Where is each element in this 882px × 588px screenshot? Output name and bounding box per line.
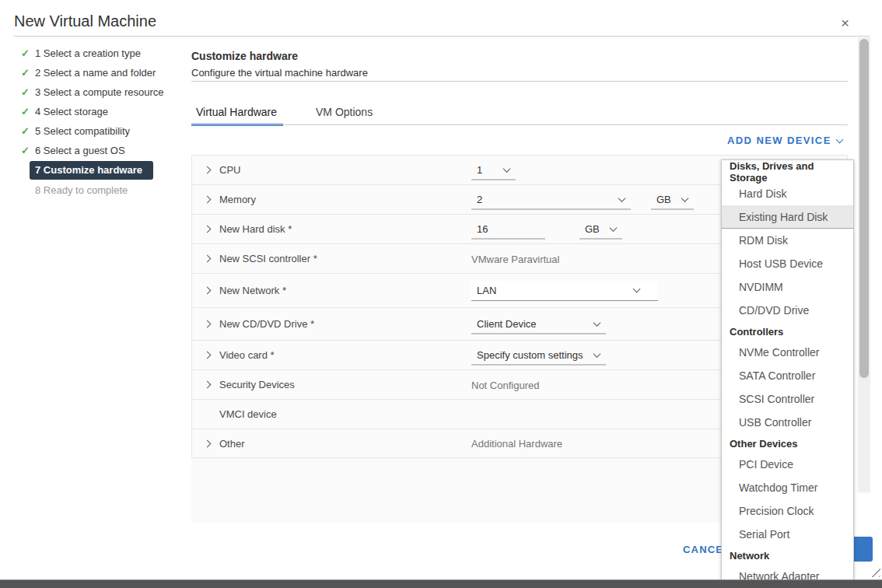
value-combobox[interactable]: 2 [471,190,631,209]
expander-cell [205,288,219,293]
device-label: Video card * [219,349,275,361]
tab-virtual-hardware[interactable]: Virtual Hardware [191,103,283,126]
device-label: New SCSI controller * [219,253,317,264]
chevron-down-icon [618,194,626,202]
step-check-icon: ✓ [21,125,35,137]
menu-item[interactable]: PCI Device [722,453,853,476]
device-label: New Hard disk * [219,223,292,235]
step-item-7[interactable]: 7 Customize hardware [0,160,191,180]
step-check-icon: ✓ [21,106,35,117]
menu-item[interactable]: Network Adapter [722,565,853,580]
step-label: 3 Select a compute resource [35,86,163,98]
device-label: Other [219,438,245,450]
resize-grip-icon[interactable] [871,568,880,577]
step-item-2[interactable]: ✓2 Select a name and folder [0,63,191,82]
title-divider [14,36,870,37]
select-value: Client Device [477,318,537,330]
unit-value: GB [656,194,671,205]
step-item-4[interactable]: ✓4 Select storage [0,102,191,121]
scrollbar-track[interactable] [858,37,870,492]
device-label: Security Devices [219,379,295,390]
step-label: 2 Select a name and folder [35,67,156,79]
unit-value: GB [585,223,600,235]
step-check-icon: ✓ [21,67,35,79]
chevron-right-icon[interactable] [204,352,212,359]
scrollbar-thumb[interactable] [859,39,869,378]
add-new-device-label: ADD NEW DEVICE [727,135,831,146]
device-label: CPU [219,164,240,176]
unit-select[interactable]: GB [579,219,622,239]
menu-item[interactable]: SATA Controller [722,364,853,387]
step-label: 4 Select storage [35,106,108,117]
menu-item[interactable]: Precision Clock [722,499,853,523]
input-value: 16 [477,223,488,235]
device-label: Memory [219,194,256,205]
readonly-value: Not Configured [471,379,539,390]
device-label: New Network * [219,285,286,296]
expander-cell [205,226,219,232]
value-select[interactable]: Client Device [471,314,606,334]
step-item-5[interactable]: ✓5 Select compatibility [0,121,191,141]
menu-item[interactable]: SCSI Controller [722,387,853,411]
device-label: New CD/DVD Drive * [219,318,314,330]
expander-cell [205,197,219,202]
chevron-right-icon[interactable] [204,166,212,174]
page-subtitle: Configure the virtual machine hardware [191,67,368,79]
combobox-value: 2 [477,194,482,205]
step-label: 6 Select a guest OS [35,145,125,156]
expander-cell [205,352,219,358]
menu-group-header: Network [722,546,853,565]
menu-item[interactable]: NVMe Controller [722,341,853,364]
menu-item[interactable]: Existing Hard Disk [722,205,853,229]
step-check-icon: ✓ [21,86,35,98]
chevron-right-icon[interactable] [204,255,212,263]
menu-item[interactable]: Watchdog Timer [722,476,853,499]
step-item-6[interactable]: ✓6 Select a guest OS [0,141,191,160]
menu-item[interactable]: Hard Disk [722,182,853,205]
chevron-right-icon[interactable] [204,320,212,328]
select-value: LAN [477,285,496,296]
chevron-down-icon [610,224,618,232]
unit-select[interactable]: GB [651,190,694,209]
step-item-1[interactable]: ✓1 Select a creation type [0,44,191,63]
select-value: 1 [477,164,482,176]
menu-item[interactable]: Host USB Device [722,252,853,275]
menu-group-header: Controllers [722,322,853,341]
expander-cell [205,382,219,387]
step-label: 5 Select compatibility [35,125,130,137]
window-bottom-edge [0,579,882,588]
chevron-down-icon [593,350,601,358]
expander-cell [205,167,219,173]
chevron-right-icon[interactable] [204,439,212,447]
close-icon[interactable]: × [841,16,849,30]
select-value: Specify custom settings [477,349,583,361]
step-check-icon: ✓ [21,145,35,156]
menu-item[interactable]: RDM Disk [722,229,853,252]
chevron-down-icon [835,135,843,143]
value-select[interactable]: LAN [471,281,658,301]
step-item-3[interactable]: ✓3 Select a compute resource [0,82,191,102]
page-title: Customize hardware [191,50,298,62]
menu-item[interactable]: Serial Port [722,523,853,546]
menu-item[interactable]: NVDIMM [722,275,853,299]
menu-item[interactable]: CD/DVD Drive [722,299,853,322]
device-label: VMCI device [219,408,277,420]
step-item-8[interactable]: 8 Ready to complete [0,180,191,200]
expander-cell [205,441,219,446]
step-label: 1 Select a creation type [35,47,141,59]
value-input[interactable]: 16 [471,219,545,239]
value-select[interactable]: Specify custom settings [471,345,606,365]
chevron-right-icon[interactable] [204,287,212,295]
chevron-right-icon[interactable] [204,196,212,204]
chevron-down-icon [593,319,601,327]
menu-item[interactable]: USB Controller [722,411,853,434]
expander-cell [205,256,219,261]
chevron-right-icon[interactable] [204,226,212,233]
menu-group-header: Other Devices [722,434,853,453]
add-new-device-button[interactable]: ADD NEW DEVICE [727,135,842,146]
chevron-right-icon[interactable] [204,381,212,389]
value-select[interactable]: 1 [471,160,516,180]
step-label: 8 Ready to complete [35,184,128,196]
tab-vm-options[interactable]: VM Options [311,103,379,126]
step-check-icon: ✓ [21,47,35,59]
